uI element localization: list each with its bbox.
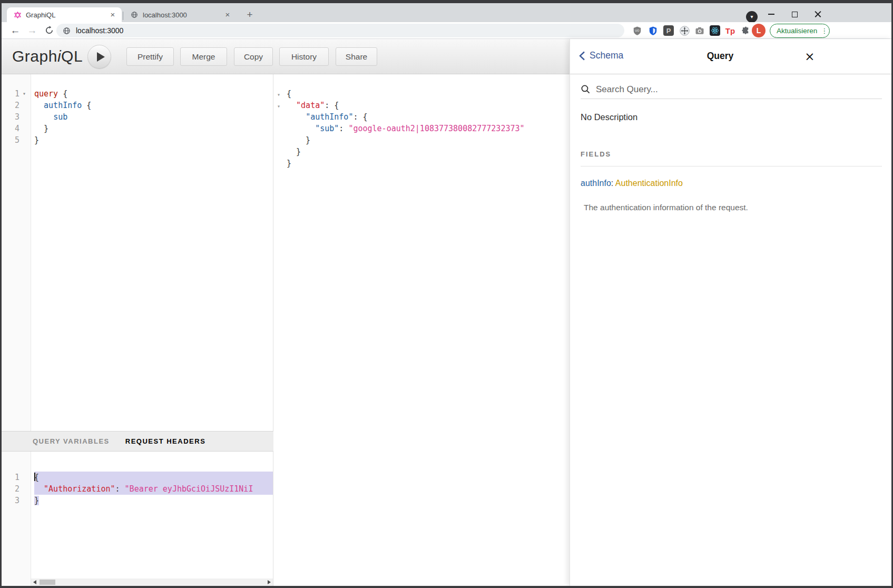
browser-toolbar: ← → localhost:3000 UO P Tp L Aktualisier… [2,22,891,39]
fold-arrow-icon[interactable] [19,483,29,495]
doc-field-row: authInfo: AuthenticationInfo [581,179,683,188]
code-line: { [34,472,273,483]
fold-arrow-icon[interactable] [19,472,29,483]
field-name-link[interactable]: authInfo [581,179,611,188]
gutter-row: 4 [2,123,31,134]
screenshot-camera-extension-icon[interactable] [693,24,706,37]
fold-arrow-icon[interactable]: ▾ [277,89,287,101]
profile-avatar[interactable]: L [752,24,766,37]
doc-search-input[interactable] [596,84,849,95]
window-close-button[interactable] [807,6,829,22]
fold-arrow-icon[interactable] [19,100,29,111]
fold-arrow-icon[interactable] [19,495,29,506]
tab-separator [123,12,123,20]
close-icon [815,11,821,18]
fold-arrow-icon[interactable] [19,111,29,123]
maximize-icon [792,12,798,17]
react-devtools-extension-icon[interactable] [708,24,722,37]
fold-arrow-icon[interactable] [19,123,29,134]
code-line: "authInfo": { [277,111,566,123]
code-line: } [34,123,273,134]
code-line: } [277,134,566,146]
bitwarden-extension-icon[interactable] [646,24,660,37]
prettify-button[interactable]: Prettify [126,47,174,66]
graphiql-favicon-icon [13,11,22,19]
execute-query-button[interactable] [87,45,111,68]
scroll-right-arrow-icon[interactable] [266,579,273,586]
gutter-row: 1▾ [2,88,31,100]
left-editor-column: 1▾2345query { authInfo { sub }} QUERY VA… [2,74,273,586]
tp-extension-icon[interactable]: Tp [723,24,737,37]
tab-close-icon[interactable]: × [223,10,232,19]
update-label: Aktualisieren [777,27,817,35]
code-line: } [277,146,566,158]
window-maximize-button[interactable] [783,6,806,22]
fold-arrow-icon[interactable]: ▾ [19,88,29,100]
share-button[interactable]: Share [336,47,377,66]
tab-title: localhost:3000 [143,11,223,19]
copy-button[interactable]: Copy [234,47,273,66]
doc-search-box[interactable] [581,80,882,99]
tab-request-headers[interactable]: REQUEST HEADERS [125,437,206,445]
gutter-row: 3 [2,495,31,506]
query-editor[interactable]: 1▾2345query { authInfo { sub }} [2,74,273,431]
tab-close-icon[interactable]: × [108,10,117,19]
scrollbar-thumb[interactable] [40,580,55,585]
code-line: } [34,134,273,146]
line-number-gutter: 123 [2,452,31,586]
move-crosshair-extension-icon[interactable] [678,24,691,37]
fold-arrow-icon[interactable] [19,134,29,146]
graphiql-logo: GraphiQL [12,47,83,65]
doc-explorer-panel: Schema Query × No Description FIELDS aut… [570,39,891,586]
address-bar[interactable]: localhost:3000 [56,24,624,37]
chrome-update-button[interactable]: Aktualisieren ⋮ [770,24,830,38]
request-headers-editor[interactable]: 123{ "Authorization": "Bearer eyJhbGciOi… [2,452,273,586]
tab-query-variables[interactable]: QUERY VARIABLES [33,437,110,445]
window-frame-top [0,0,893,3]
code-area[interactable]: query { authInfo { sub }} [31,74,273,431]
gutter-row: 2 [2,483,31,495]
fold-arrow-icon[interactable]: ▾ [277,101,287,112]
doc-close-button[interactable]: × [802,48,818,64]
scroll-left-arrow-icon[interactable] [31,579,38,586]
tab-title: GraphiQL [26,11,108,19]
p-extension-icon[interactable]: P [662,24,675,37]
svg-text:UO: UO [635,28,640,32]
new-tab-button[interactable]: + [243,8,257,22]
code-line: } [34,495,273,506]
play-icon [97,52,105,62]
code-area[interactable]: ▾{▾ "data": { "authInfo": { "sub": "goog… [276,74,566,169]
tab-graphiql[interactable]: GraphiQL × [7,7,122,22]
doc-no-description: No Description [581,112,637,122]
globe-icon [63,27,71,35]
minimize-icon [768,14,774,15]
code-line: authInfo { [34,100,273,111]
horizontal-scrollbar[interactable] [31,579,273,586]
field-type-link[interactable]: AuthenticationInfo [615,179,683,188]
window-minimize-button[interactable] [760,6,782,22]
merge-button[interactable]: Merge [180,47,227,66]
gutter-row: 3 [2,111,31,123]
menu-dots-icon[interactable]: ⋮ [821,29,826,33]
forward-button[interactable]: → [25,23,40,38]
fields-divider [581,166,882,166]
code-area[interactable]: { "Authorization": "Bearer eyJhbGciOiJSU… [31,452,273,586]
tab-localhost[interactable]: localhost:3000 × [124,7,237,22]
ublock-extension-icon[interactable]: UO [630,24,644,37]
search-icon [581,84,591,94]
tab-search-button[interactable]: ▾ [746,11,758,23]
secondary-editor-tabbar: QUERY VARIABLES REQUEST HEADERS [2,431,273,452]
history-button[interactable]: History [279,47,329,66]
field-description: The authentication information of the re… [584,203,748,212]
doc-explorer-title: Query [570,51,870,62]
code-line: "sub": "google-oauth2|108377380082777232… [277,123,566,134]
back-button[interactable]: ← [8,23,23,38]
doc-fields-label: FIELDS [581,150,611,158]
code-line: ▾{ [277,88,566,100]
response-viewer[interactable]: ▾{▾ "data": { "authInfo": { "sub": "goog… [276,74,566,169]
gutter-row: 2 [2,100,31,111]
extensions-puzzle-icon[interactable] [739,24,752,37]
reload-button[interactable] [42,23,56,38]
code-line: "Authorization": "Bearer eyJhbGciOiJSUzI… [34,483,273,495]
response-panel: ▾{▾ "data": { "authInfo": { "sub": "goog… [274,74,570,586]
